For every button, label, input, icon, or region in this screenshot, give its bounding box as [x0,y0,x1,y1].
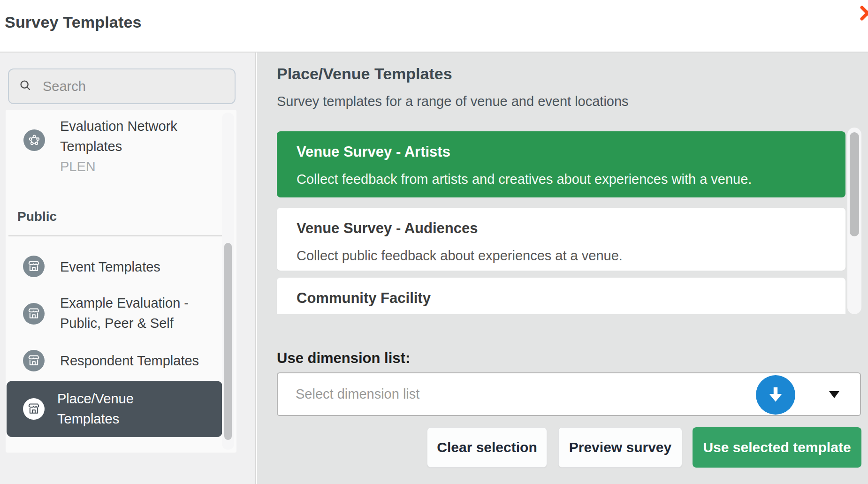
template-card-venue-survey-artists[interactable]: Venue Survey - Artists Collect feedback … [277,131,845,197]
sidebar-item-label: Respondent Templates [60,351,220,371]
preview-survey-button[interactable]: Preview survey [558,427,682,468]
template-title: Venue Survey - Artists [297,144,826,160]
template-title: Venue Survey - Audiences [297,220,826,237]
storefront-icon [23,398,45,420]
modal-title: Survey Templates [5,13,142,31]
sidebar-item-sublabel: PLEN [60,157,196,177]
template-category-sidebar: Evaluation Network Templates PLEN Public… [0,53,256,484]
sidebar-item-place-venue-templates[interactable]: Place/Venue Templates [7,381,222,437]
pointer-down-arrow-icon [756,375,795,415]
template-card-community-facility[interactable]: Community Facility [277,278,845,314]
template-title: Community Facility [297,290,826,307]
close-button[interactable] [859,5,868,22]
template-card-venue-survey-audiences[interactable]: Venue Survey - Audiences Collect public … [277,208,845,271]
clear-selection-button[interactable]: Clear selection [427,427,547,468]
search-icon [18,78,43,94]
section-divider [8,235,222,236]
section-heading-public: Public [17,209,57,224]
template-description: Collect feedback from artists and creati… [297,172,826,187]
sidebar-item-label: Evaluation Network Templates [60,116,196,157]
modal-header: Survey Templates [0,0,868,53]
storefront-icon [23,303,45,325]
template-list-scrollbar-track[interactable] [847,128,861,314]
category-list: Evaluation Network Templates PLEN Public… [6,110,236,453]
search-input[interactable] [43,79,225,94]
dimension-list-placeholder: Select dimension list [296,373,419,415]
storefront-icon [23,350,45,371]
dimension-list-select[interactable]: Select dimension list [277,372,861,416]
sidebar-item-label: Event Templates [60,257,220,277]
close-icon [859,16,868,23]
template-description: Collect public feedback about experience… [297,248,826,264]
template-list: Venue Survey - Artists Collect feedback … [277,128,845,314]
chevron-down-icon [829,391,839,398]
template-detail-panel: Place/Venue Templates Survey templates f… [257,53,868,484]
sidebar-item-label: Place/Venue Templates [57,389,156,429]
sidebar-scrollbar-track[interactable] [222,113,234,450]
network-icon [23,129,45,151]
dimension-list-label: Use dimension list: [277,350,410,367]
sidebar-scrollbar-thumb[interactable] [224,243,232,440]
page-subtitle: Survey templates for a range of venue an… [277,94,629,109]
template-list-scrollbar-thumb[interactable] [850,132,859,236]
storefront-icon [23,256,45,277]
page-title: Place/Venue Templates [277,65,452,83]
sidebar-item-label: Example Evaluation - Public, Peer & Self [60,293,206,333]
use-selected-template-button[interactable]: Use selected template [693,427,861,468]
search-box[interactable] [8,68,236,104]
